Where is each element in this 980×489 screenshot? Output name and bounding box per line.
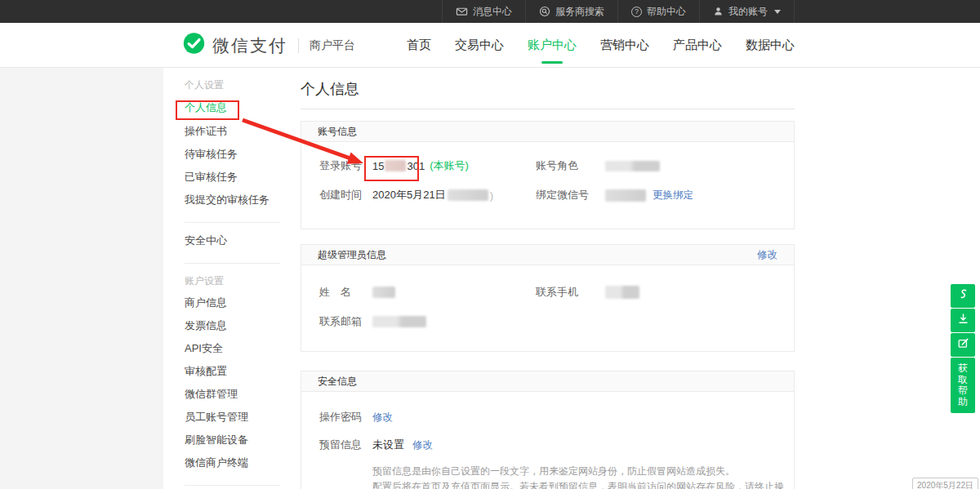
topbar-item-label: 消息中心 [473, 5, 512, 19]
section-account-header: 账号信息 [301, 122, 794, 142]
section-admin-header: 超级管理员信息 修改 [301, 245, 794, 265]
topbar-menu: 消息中心 服务商搜索 ? 帮助中心 我的账号 [442, 0, 795, 23]
sidebar-item-security-center[interactable]: 安全中心 [185, 229, 282, 252]
sidebar-item-invoice-info[interactable]: 发票信息 [185, 314, 282, 337]
mail-icon [456, 6, 468, 17]
section-super-admin-info: 超级管理员信息 修改 姓 名 联系手机 联系邮箱 [301, 244, 795, 352]
row-created-time: 创建时间 2020年5月21日 ) 绑定微信号 更换绑定 [301, 180, 794, 210]
sidebar-item-wechat-merchant-terminal[interactable]: 微信商户终端 [185, 451, 282, 474]
row-admin-email: 联系邮箱 [301, 307, 794, 336]
service-icon [957, 288, 969, 304]
current-account-tag: (本账号) [430, 158, 469, 173]
sidebar-item-personal-info[interactable]: 个人信息 [185, 96, 282, 120]
edit-icon [957, 337, 969, 353]
sidebar-divider [185, 485, 280, 486]
admin-edit-link[interactable]: 修改 [757, 248, 777, 262]
sidebar-divider [185, 263, 280, 264]
sidebar-item-staff-account-management[interactable]: 员工账号管理 [185, 406, 282, 429]
get-help-label: 获取帮助 [958, 363, 969, 407]
page-background-strip [0, 68, 163, 489]
topbar-item-provider-search[interactable]: 服务商搜索 [525, 0, 617, 23]
redacted-blur [605, 189, 646, 202]
get-help-button[interactable]: 获取帮助 [951, 358, 975, 413]
row-operation-password: 操作密码 修改 [301, 403, 794, 431]
sidebar-group-personal-settings: 个人设置 [185, 74, 282, 96]
date-tooltip: 2020年5月22日 [912, 478, 978, 489]
topbar-item-my-account[interactable]: 我的账号 [699, 0, 795, 23]
topbar-item-messages[interactable]: 消息中心 [442, 0, 525, 23]
caret-down-icon [774, 10, 781, 14]
reserve-info-label: 预留信息 [319, 438, 372, 452]
redacted-blur [372, 316, 426, 327]
sidebar-item-api-security[interactable]: API安全 [185, 337, 282, 360]
feedback-button[interactable] [951, 333, 975, 357]
section-security-info: 安全信息 操作密码 修改 预留信息 未设置 修改 预留信息是由你自己设置的一段文… [301, 371, 795, 489]
brand-name: 微信支付 [212, 34, 287, 57]
login-account-label: 登录账号 [319, 158, 372, 173]
topbar-item-label: 帮助中心 [647, 5, 686, 19]
created-time-value: 2020年5月21日 ) [372, 188, 493, 202]
bound-wechat-label: 绑定微信号 [536, 188, 605, 202]
row-login-account: 登录账号 15 301 (本账号) 账号角色 [301, 151, 794, 180]
row-reserve-info: 预留信息 未设置 修改 [301, 431, 794, 459]
download-button[interactable] [951, 309, 975, 332]
sidebar-item-my-submitted-review-tasks[interactable]: 我提交的审核任务 [185, 189, 282, 211]
created-time-label: 创建时间 [319, 188, 372, 202]
login-account-value: 15 301 (本账号) [372, 158, 469, 173]
topbar-item-help-center[interactable]: ? 帮助中心 [617, 0, 699, 23]
sidebar-item-review-config[interactable]: 审核配置 [185, 360, 282, 383]
redacted-blur [372, 287, 395, 298]
redacted-blur [385, 160, 406, 171]
section-title: 超级管理员信息 [318, 248, 386, 262]
brand[interactable]: 微信支付 商户平台 [181, 32, 355, 60]
sidebar-item-face-smart-device[interactable]: 刷脸智能设备 [185, 429, 282, 451]
password-edit-link[interactable]: 修改 [372, 411, 393, 425]
sidebar-item-pending-review-tasks[interactable]: 待审核任务 [185, 143, 282, 166]
sidebar-item-wechat-group-management[interactable]: 微信群管理 [185, 383, 282, 406]
redacted-blur [448, 189, 488, 201]
nav-product-center[interactable]: 产品中心 [673, 38, 722, 61]
topbar: 消息中心 服务商搜索 ? 帮助中心 我的账号 [0, 0, 980, 23]
change-binding-link[interactable]: 更换绑定 [653, 189, 693, 202]
download-icon [957, 313, 969, 328]
section-title: 安全信息 [318, 375, 357, 389]
help-icon: ? [631, 7, 642, 17]
sidebar: 个人设置 个人信息 操作证书 待审核任务 已审核任务 我提交的审核任务 安全中心… [163, 68, 282, 489]
name-label: 姓 名 [319, 285, 372, 300]
section-title: 账号信息 [318, 125, 357, 139]
main-content: 个人信息 账号信息 登录账号 15 301 (本账号) 账号角色 [301, 68, 795, 489]
account-role-label: 账号角色 [536, 158, 605, 173]
nav-account-center[interactable]: 账户中心 [528, 38, 577, 61]
nav-data-center[interactable]: 数据中心 [746, 38, 795, 61]
row-admin-name-phone: 姓 名 联系手机 [301, 278, 794, 307]
nav-home[interactable]: 首页 [407, 38, 431, 61]
user-icon [713, 6, 724, 17]
reserve-edit-link[interactable]: 修改 [412, 438, 433, 452]
nav-marketing-center[interactable]: 营销中心 [600, 38, 649, 61]
nav-transaction-center[interactable]: 交易中心 [455, 38, 504, 61]
floating-toolbar: 获取帮助 [951, 284, 975, 413]
sidebar-item-merchant-info[interactable]: 商户信息 [185, 291, 282, 314]
section-security-header: 安全信息 [301, 371, 794, 392]
topbar-item-label: 我的账号 [728, 5, 768, 19]
page-title: 个人信息 [301, 79, 795, 109]
sidebar-group-account-settings: 账户设置 [185, 270, 282, 291]
redacted-blur [605, 286, 639, 299]
sidebar-item-reviewed-tasks[interactable]: 已审核任务 [185, 166, 282, 189]
header: 微信支付 商户平台 首页 交易中心 账户中心 营销中心 产品中心 数据中心 [0, 23, 980, 68]
brand-divider [298, 38, 299, 53]
sidebar-item-operation-certificate[interactable]: 操作证书 [185, 120, 282, 143]
section-account-info: 账号信息 登录账号 15 301 (本账号) 账号角色 [301, 121, 795, 229]
reserve-info-value: 未设置 [372, 438, 404, 452]
reserve-info-description: 预留信息是由你自己设置的一段文字，用来鉴定网站身份，防止假冒网站造成损失。 配置… [301, 459, 794, 489]
brand-subtitle: 商户平台 [310, 38, 355, 53]
contact-phone-label: 联系手机 [536, 285, 605, 300]
operation-password-label: 操作密码 [319, 410, 372, 425]
search-icon [539, 6, 550, 17]
redacted-blur [605, 161, 660, 171]
sidebar-divider [185, 222, 280, 223]
topbar-item-label: 服务商搜索 [555, 5, 604, 19]
wechat-pay-logo [181, 32, 207, 60]
main-nav: 首页 交易中心 账户中心 营销中心 产品中心 数据中心 [407, 38, 795, 61]
service-button[interactable] [951, 284, 975, 308]
